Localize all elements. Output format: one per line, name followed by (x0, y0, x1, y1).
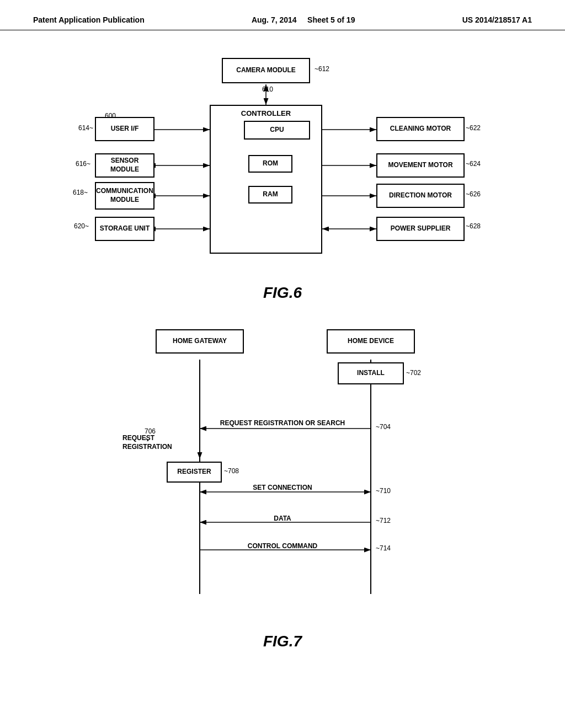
ref-612: ~612 (315, 65, 329, 73)
ref-616: 616~ (76, 160, 90, 168)
fig6-label: FIG.6 (33, 284, 532, 302)
rom-box: ROM (248, 155, 292, 173)
movement-motor-box: MOVEMENT MOTOR (376, 153, 465, 178)
page-content: 600 CAMERA MODULE ~612 610 CONTROLLER CP… (0, 30, 565, 683)
cleaning-motor-box: CLEANING MOTOR (376, 117, 465, 141)
ref-610: 610 (262, 85, 273, 93)
cpu-box: CPU (244, 121, 310, 140)
fig6-diagram: 600 CAMERA MODULE ~612 610 CONTROLLER CP… (45, 47, 520, 279)
user-if-box: USER I/F (95, 117, 154, 141)
ref-702: ~702 (406, 369, 421, 377)
storage-unit-box: STORAGE UNIT (95, 217, 154, 241)
controller-label: CONTROLLER (215, 109, 317, 119)
data-label: DATA (191, 515, 374, 522)
direction-motor-box: DIRECTION MOTOR (376, 184, 465, 208)
ref-622: ~622 (466, 124, 481, 132)
header-sheet: Sheet 5 of 19 (307, 15, 355, 24)
set-connection-label: SET CONNECTION (191, 484, 374, 491)
ref-714: ~714 (376, 544, 391, 552)
fig7-diagram: HOME GATEWAY HOME DEVICE INSTALL ~702 RE… (89, 318, 476, 627)
request-registration-or-search-label: REQUEST REGISTRATION OR SEARCH (191, 419, 374, 427)
ref-704: ~704 (376, 423, 391, 431)
home-device-box: HOME DEVICE (327, 329, 415, 354)
ref-628: ~628 (466, 222, 481, 230)
ref-626: ~626 (466, 190, 481, 198)
request-registration-label: REQUESTREGISTRATION (122, 434, 172, 451)
register-box: REGISTER (167, 462, 222, 483)
communication-module-box: COMMUNICATION MODULE (95, 182, 154, 210)
header-left: Patent Application Publication (33, 15, 145, 24)
control-command-label: CONTROL COMMAND (191, 542, 374, 550)
header-date: Aug. 7, 2014 (252, 15, 297, 24)
ref-618: 618~ (73, 189, 88, 196)
ref-624: ~624 (466, 160, 481, 168)
ref-614: 614~ (78, 124, 93, 132)
camera-module-box: CAMERA MODULE (222, 58, 310, 83)
power-supplier-box: POWER SUPPLIER (376, 217, 465, 241)
page-header: Patent Application Publication Aug. 7, 2… (0, 0, 565, 30)
header-center: Aug. 7, 2014 Sheet 5 of 19 (252, 15, 355, 24)
home-gateway-box: HOME GATEWAY (156, 329, 244, 354)
header-publication-text: Patent Application Publication (33, 15, 145, 24)
ref-620: 620~ (74, 222, 89, 230)
ref-708: ~708 (224, 467, 239, 475)
sensor-module-box: SENSOR MODULE (95, 153, 154, 178)
header-patent-number: US 2014/218517 A1 (462, 15, 532, 24)
ref-712: ~712 (376, 517, 391, 524)
install-box: INSTALL (338, 362, 404, 384)
ref-710: ~710 (376, 487, 391, 495)
header-right: US 2014/218517 A1 (462, 15, 532, 24)
ram-box: RAM (248, 186, 292, 204)
controller-box: CONTROLLER CPU ROM RAM (210, 105, 322, 254)
fig7-label: FIG.7 (33, 633, 532, 650)
